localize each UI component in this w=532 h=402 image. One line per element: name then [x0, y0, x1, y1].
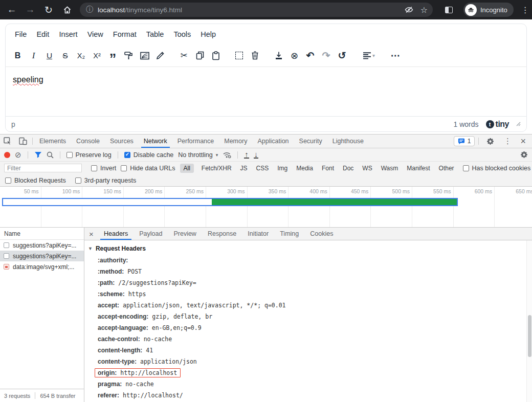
request-type-filter[interactable]: Fetch/XHR	[201, 164, 233, 173]
superscript-icon[interactable]: X²	[89, 48, 105, 63]
editor-content[interactable]: speeling	[6, 67, 526, 116]
request-type-filter[interactable]: WS	[361, 164, 373, 173]
word-count[interactable]: 1 words	[454, 120, 479, 128]
devtools-tab[interactable]: Security	[294, 135, 327, 148]
request-type-filter[interactable]: All	[180, 164, 194, 173]
detail-tab[interactable]: Payload	[134, 228, 168, 240]
clear-icon[interactable]: ⊘	[15, 150, 21, 160]
menu-item[interactable]: File	[10, 28, 31, 41]
network-overview-timeline[interactable]: 50 ms 100 ms 150 ms 200 ms 2	[0, 187, 532, 228]
issues-button[interactable]: 1	[454, 136, 475, 146]
back-icon[interactable]: ←	[3, 1, 20, 18]
reload-icon[interactable]: ↻	[40, 1, 57, 18]
pen-icon[interactable]	[152, 48, 168, 63]
request-row[interactable]: suggestions?apiKey=...	[0, 240, 84, 251]
request-type-filter[interactable]: Manifest	[406, 164, 431, 173]
devtools-close-icon[interactable]: ×	[517, 136, 529, 147]
record-icon[interactable]	[4, 152, 10, 158]
request-type-filter[interactable]: Font	[321, 164, 335, 173]
network-settings-gear-icon[interactable]	[520, 151, 528, 159]
network-conditions-icon[interactable]	[223, 151, 231, 159]
select-all-icon[interactable]	[231, 48, 247, 63]
export-har-icon[interactable]: ↓	[254, 151, 259, 159]
blocked-requests-checkbox[interactable]: Blocked Requests	[5, 177, 66, 184]
request-type-filter[interactable]: Img	[276, 164, 289, 173]
strikethrough-icon[interactable]: S	[57, 48, 73, 63]
detail-tab[interactable]: Initiator	[242, 228, 274, 240]
request-headers-section[interactable]: ▼ Request Headers	[88, 245, 525, 252]
element-path[interactable]: p	[11, 120, 15, 128]
hide-data-urls-checkbox[interactable]: Hide data URLs	[121, 165, 175, 172]
tiny-logo[interactable]: t tiny	[486, 120, 509, 129]
request-type-filter[interactable]: CSS	[255, 164, 270, 173]
request-type-filter[interactable]: Media	[295, 164, 314, 173]
request-type-filter[interactable]: JS	[239, 164, 249, 173]
menu-item[interactable]: Insert	[54, 28, 82, 41]
menu-item[interactable]: Help	[196, 28, 220, 41]
site-info-icon[interactable]: ⓘ	[86, 5, 93, 14]
filter-input[interactable]	[4, 164, 82, 172]
restore-draft-icon[interactable]: ↺	[334, 48, 350, 63]
devtools-tab[interactable]: Network	[139, 135, 172, 148]
devtools-tab[interactable]: Lighthouse	[327, 135, 369, 148]
detail-tab[interactable]: Cookies	[304, 228, 339, 240]
disable-cache-checkbox[interactable]: Disable cache	[124, 151, 174, 159]
url-bar[interactable]: ⓘ localhost/tinymce/tiny6.html ☆	[80, 3, 433, 17]
home-icon[interactable]	[58, 1, 76, 18]
detail-tab[interactable]: Response	[202, 228, 242, 240]
copy-icon[interactable]	[192, 48, 208, 63]
side-panel-icon[interactable]	[440, 1, 457, 18]
name-column-header[interactable]: Name	[0, 228, 84, 240]
redo-icon[interactable]: ↷	[318, 48, 334, 63]
search-icon[interactable]	[47, 151, 54, 159]
import-har-icon[interactable]: ↑	[244, 151, 249, 159]
request-row[interactable]: data:image/svg+xml;...	[0, 261, 84, 272]
bookmark-star-icon[interactable]: ☆	[420, 5, 428, 15]
device-toolbar-icon[interactable]	[15, 135, 31, 148]
menu-item[interactable]: Tools	[169, 28, 195, 41]
devtools-menu-icon[interactable]: ⋮	[500, 137, 515, 146]
eye-off-icon[interactable]	[405, 6, 413, 14]
preserve-log-checkbox[interactable]: Preserve log	[66, 151, 112, 159]
browser-menu-icon[interactable]: ⋮	[517, 1, 532, 18]
menu-item[interactable]: Edit	[32, 28, 54, 41]
menu-item[interactable]: View	[83, 28, 108, 41]
detail-tab[interactable]: Headers	[98, 228, 134, 240]
devtools-tab[interactable]: Sources	[105, 135, 139, 148]
invert-checkbox[interactable]: Invert	[91, 165, 116, 172]
blockquote-icon[interactable]: ”	[105, 48, 121, 63]
cut-icon[interactable]: ✂	[176, 48, 192, 63]
devtools-tab[interactable]: Elements	[34, 135, 71, 148]
resize-handle-icon[interactable]	[516, 122, 521, 126]
devtools-tab[interactable]: Memory	[219, 135, 252, 148]
throttling-dropdown[interactable]: No throttling ▾	[178, 151, 218, 159]
devtools-tab[interactable]: Performance	[172, 135, 219, 148]
devtools-tab[interactable]: Console	[71, 135, 105, 148]
request-type-filter[interactable]: Doc	[342, 164, 354, 173]
incognito-badge[interactable]: Incognito	[463, 3, 514, 17]
export-icon[interactable]	[271, 48, 286, 63]
detail-tab[interactable]: Preview	[168, 228, 202, 240]
scrollbar-thumb[interactable]	[528, 315, 531, 357]
align-left-icon[interactable]: ▾	[358, 48, 380, 63]
more-icon[interactable]: ⋯	[388, 48, 404, 63]
inspect-icon[interactable]	[0, 135, 15, 148]
image-icon[interactable]	[137, 48, 152, 63]
subscript-icon[interactable]: X₂	[73, 48, 89, 63]
menu-item[interactable]: Format	[108, 28, 141, 41]
detail-scrollbar[interactable]	[526, 240, 532, 402]
paint-roller-icon[interactable]	[121, 48, 137, 63]
bold-icon[interactable]: B	[10, 48, 26, 63]
settings-gear-icon[interactable]	[482, 138, 498, 145]
underline-icon[interactable]: U	[41, 48, 57, 63]
paste-icon[interactable]	[208, 48, 224, 63]
request-row[interactable]: suggestions?apiKey=...	[0, 251, 84, 261]
devtools-tab[interactable]: Application	[252, 135, 294, 148]
filter-funnel-icon[interactable]	[34, 151, 42, 158]
request-type-filter[interactable]: Other	[438, 164, 455, 173]
misspelled-word[interactable]: speeling	[13, 75, 43, 84]
has-blocked-cookies-checkbox[interactable]: Has blocked cookies	[463, 165, 531, 172]
request-type-filter[interactable]: Wasm	[380, 164, 400, 173]
forward-icon[interactable]: →	[21, 1, 39, 18]
menu-item[interactable]: Table	[142, 28, 169, 41]
